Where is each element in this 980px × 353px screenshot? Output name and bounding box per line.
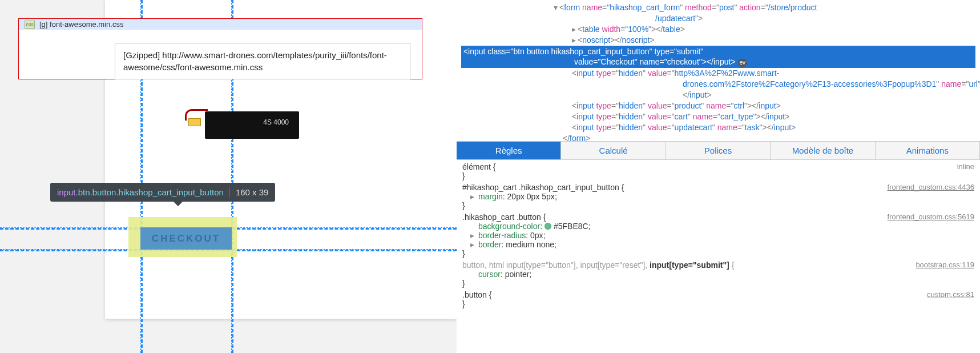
event-badge[interactable]: ev bbox=[738, 59, 748, 67]
tab-modele[interactable]: Modèle de boîte bbox=[771, 142, 875, 159]
product-image: 4S 4000 bbox=[185, 106, 299, 146]
css-block-close: } bbox=[462, 299, 974, 308]
css-file-icon: css bbox=[25, 21, 35, 29]
tab-animations[interactable]: Animations bbox=[876, 142, 980, 159]
tab-calcule[interactable]: Calculé bbox=[561, 142, 666, 159]
css-rule-block[interactable]: inlineélément {} bbox=[462, 162, 974, 180]
dom-node: <input type="hidden" value="updatecart" … bbox=[461, 122, 975, 133]
devtools-panel: <form name="hikashop_cart_form" method="… bbox=[457, 0, 980, 353]
css-source-link[interactable]: custom.css:81 bbox=[927, 290, 974, 299]
css-source-link[interactable]: frontend_custom.css:4436 bbox=[888, 183, 974, 191]
dom-node: <table width="100%"></table> bbox=[461, 24, 975, 35]
dom-node: <input type="hidden" value="cart" name="… bbox=[461, 111, 975, 122]
dom-tree[interactable]: <form name="hikashop_cart_form" method="… bbox=[457, 0, 980, 142]
css-tooltip: [Gzipped] http://www.smart-drones.com/te… bbox=[115, 43, 410, 79]
page-preview: css [g] font-awesome.min.css [Gzipped] h… bbox=[0, 0, 457, 353]
css-source-link[interactable]: inline bbox=[957, 162, 974, 171]
css-block-close: } bbox=[462, 249, 974, 258]
dom-node: </form> bbox=[461, 133, 975, 142]
css-search-row[interactable]: css [g] font-awesome.min.css bbox=[19, 19, 422, 30]
css-declaration[interactable]: border: medium none; bbox=[462, 240, 974, 249]
css-declaration[interactable]: margin: 20px 0px 5px; bbox=[462, 192, 974, 201]
dom-node: <input type="hidden" value="http%3A%2F%2… bbox=[461, 68, 975, 101]
tab-polices[interactable]: Polices bbox=[666, 142, 771, 159]
css-search-hit: css [g] font-awesome.min.css [Gzipped] h… bbox=[18, 18, 422, 79]
dom-node: <input type="hidden" value="product" nam… bbox=[461, 101, 975, 111]
dom-node: <noscript></noscript> bbox=[461, 35, 975, 46]
css-rule-block[interactable]: custom.css:81.button {} bbox=[462, 290, 974, 308]
sel-tag: input bbox=[57, 187, 76, 197]
dom-node-selected[interactable]: <input class="btn button hikashop_cart_i… bbox=[461, 46, 975, 69]
css-block-close: } bbox=[462, 279, 974, 288]
css-selector: button, html input[type="button"], input… bbox=[462, 260, 974, 270]
css-declaration[interactable]: cursor: pointer; bbox=[462, 270, 974, 279]
sel-dimensions: 160 x 39 bbox=[229, 187, 269, 197]
css-selector: .button { bbox=[462, 290, 974, 299]
dom-node: <form name="hikashop_cart_form" method="… bbox=[461, 2, 975, 24]
css-rule-block[interactable]: frontend_custom.css:5619.hikashop_cart .… bbox=[462, 212, 974, 258]
battery-plug bbox=[188, 118, 201, 126]
element-selector-tooltip: input.btn.button.hikashop_cart_input_but… bbox=[50, 183, 275, 202]
tab-regles[interactable]: Règles bbox=[457, 142, 561, 159]
battery-label: 4S 4000 bbox=[263, 118, 289, 126]
checkout-button[interactable]: CHECKOUT bbox=[140, 227, 232, 250]
css-file-label: [g] font-awesome.min.css bbox=[39, 20, 123, 29]
css-rule-block[interactable]: bootstrap.css:119button, html input[type… bbox=[462, 260, 974, 288]
css-declaration[interactable]: border-radius: 0px; bbox=[462, 231, 974, 240]
css-block-close: } bbox=[462, 171, 974, 180]
css-source-link[interactable]: frontend_custom.css:5619 bbox=[888, 212, 974, 221]
css-rule-block[interactable]: frontend_custom.css:4436#hikashop_cart .… bbox=[462, 183, 974, 210]
css-rules-panel[interactable]: inlineélément {}frontend_custom.css:4436… bbox=[457, 160, 980, 353]
css-declaration[interactable]: background-color: #5FBE8C; bbox=[462, 222, 974, 231]
sel-class: .btn.button.hikashop_cart_input_button bbox=[76, 187, 224, 197]
css-tabs: Règles Calculé Polices Modèle de boîte A… bbox=[457, 142, 980, 160]
css-block-close: } bbox=[462, 201, 974, 210]
css-selector: élément { bbox=[462, 162, 974, 171]
css-source-link[interactable]: bootstrap.css:119 bbox=[916, 260, 974, 269]
